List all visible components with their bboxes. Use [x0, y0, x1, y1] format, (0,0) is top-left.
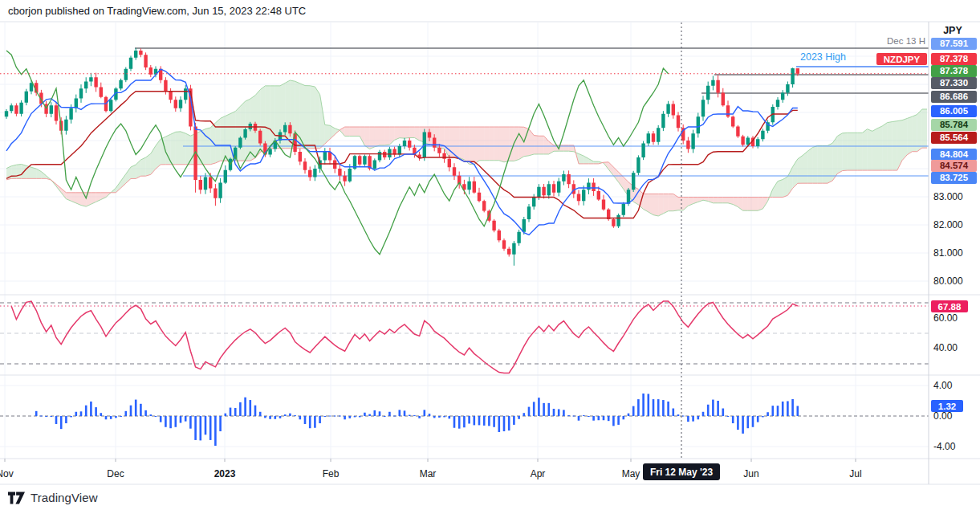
momentum-bar	[225, 414, 227, 416]
momentum-bar	[349, 416, 352, 418]
momentum-bar	[40, 416, 43, 417]
momentum-bar	[468, 416, 470, 424]
brand-text: TradingView	[30, 491, 98, 504]
momentum-bar	[752, 416, 754, 427]
momentum-bar	[165, 416, 167, 427]
momentum-bar	[767, 412, 769, 416]
momentum-bar	[449, 416, 451, 418]
momentum-bar	[488, 416, 490, 426]
2023-high-line-label[interactable]: 2023 High	[800, 51, 846, 63]
momentum-bar	[314, 416, 316, 428]
momentum-bar	[603, 416, 605, 420]
momentum-bar	[578, 416, 580, 421]
momentum-bar	[259, 412, 262, 416]
momentum-bar	[637, 399, 640, 416]
momentum-bar	[230, 408, 232, 416]
momentum-bar	[319, 416, 321, 423]
momentum-bar	[409, 415, 411, 416]
momentum-pane[interactable]	[0, 394, 929, 446]
momentum-bar	[289, 414, 291, 416]
momentum-bar	[45, 416, 47, 417]
momentum-bar	[294, 415, 296, 416]
chikou-line[interactable]	[6, 51, 669, 255]
momentum-bar	[737, 416, 739, 430]
momentum-bar	[185, 416, 187, 422]
momentum-bar	[35, 411, 38, 416]
momentum-bar	[443, 416, 445, 417]
momentum-bar	[100, 413, 103, 416]
momentum-bar	[200, 416, 202, 440]
momentum-bar	[85, 406, 87, 416]
momentum-bar	[368, 414, 371, 416]
momentum-bar	[528, 407, 531, 416]
momentum-bar	[463, 416, 466, 427]
momentum-bar	[612, 416, 615, 426]
ichimoku-lines[interactable]	[6, 51, 798, 255]
momentum-bar	[648, 394, 650, 416]
price-chart[interactable]	[0, 0, 980, 487]
month-label-jul: Jul	[849, 468, 861, 479]
momentum-bar	[115, 416, 117, 418]
momentum-bar	[155, 416, 157, 417]
dec-13-high-line-label[interactable]: Dec 13 H	[839, 36, 925, 46]
momentum-bar	[682, 416, 685, 417]
momentum-bar	[144, 410, 147, 416]
momentum-bar	[254, 406, 257, 416]
price-label-senkou-a: 85.784	[931, 119, 977, 131]
month-label-mar: Mar	[420, 468, 437, 479]
momentum-bar	[120, 416, 122, 417]
momentum-bar	[617, 416, 620, 425]
momentum-bar	[344, 416, 346, 419]
momentum-bar	[339, 416, 341, 417]
rsi-pane[interactable]	[0, 301, 929, 373]
momentum-bar	[727, 416, 730, 417]
momentum-bar	[707, 405, 710, 416]
momentum-bar	[51, 416, 53, 417]
momentum-bar	[732, 416, 734, 423]
momentum-bar	[667, 402, 669, 416]
momentum-bar	[75, 412, 78, 416]
tradingview-logo-icon	[8, 492, 25, 504]
momentum-bar	[90, 402, 92, 416]
axis-tick-label: 4.00	[933, 380, 952, 391]
momentum-bar	[274, 416, 277, 419]
momentum-bar	[722, 409, 725, 417]
momentum-bar	[334, 416, 336, 417]
momentum-bar	[677, 414, 680, 416]
month-label-jun: Jun	[743, 468, 758, 479]
momentum-bar	[474, 416, 476, 425]
momentum-bar	[264, 416, 266, 418]
momentum-bar	[205, 416, 207, 434]
price-label-2023-high: 87.591	[931, 38, 977, 50]
rsi-line[interactable]	[11, 301, 798, 373]
momentum-bar	[250, 400, 252, 416]
momentum-bar	[657, 399, 660, 416]
momentum-bar	[359, 416, 361, 417]
tradingview-logo[interactable]: TradingView	[8, 491, 98, 504]
axis-tick-label: 81.000	[933, 247, 963, 259]
momentum-bar	[791, 399, 794, 416]
momentum-bar	[757, 416, 759, 422]
price-label-level1: 87.330	[931, 77, 977, 89]
price-label-senkou-b: 84.574	[931, 160, 977, 172]
month-label-2023: 2023	[214, 468, 236, 479]
momentum-bar	[438, 416, 441, 418]
momentum-bar	[458, 416, 461, 429]
momentum-bar	[140, 404, 142, 416]
momentum-bar	[194, 416, 197, 440]
momentum-bar	[388, 412, 391, 416]
price-label-support2: 83.725	[931, 172, 977, 184]
momentum-bar	[379, 411, 381, 416]
momentum-bar	[150, 414, 152, 416]
momentum-bar	[329, 416, 331, 417]
candles-group[interactable]	[5, 48, 799, 266]
momentum-bar	[632, 406, 635, 416]
price-axis-currency: JPY	[929, 25, 977, 36]
momentum-bar	[712, 400, 714, 416]
axis-tick-label: 83.000	[933, 191, 963, 202]
momentum-bar	[299, 416, 302, 419]
momentum-bar	[662, 400, 665, 416]
momentum-bar	[284, 414, 287, 416]
momentum-bar	[384, 416, 386, 417]
axis-tick-label: 80.000	[933, 275, 963, 287]
